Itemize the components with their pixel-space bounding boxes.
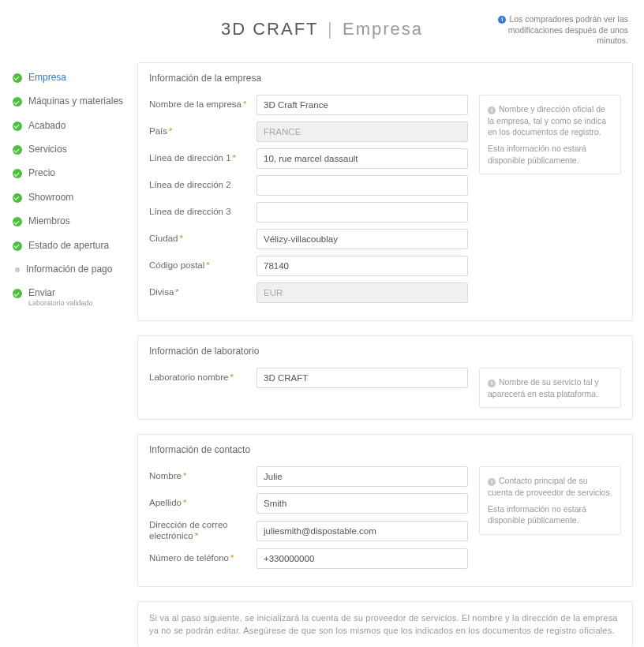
contact-info-card: Información de contacto Nombre* Apellido… [137,434,633,587]
page-header: 3D CRAFT | Empresa iLos compradores podr… [11,14,633,62]
lab-name-input[interactable] [256,368,468,388]
city-label: Ciudad* [149,234,256,245]
lab-hint: iNombre de su servicio tal y aparecerá e… [479,368,621,408]
company-section-title: Información de la empresa [149,73,621,84]
postal-input[interactable] [256,256,468,276]
check-icon [13,217,22,226]
addr2-label: Línea de dirección 2 [149,180,256,191]
contact-hint: iContacto principal de su cuenta de prov… [479,466,621,535]
warning-notice: Si va al paso siguiente, se inicializará… [137,601,633,647]
sidebar-item-precio[interactable]: Precio [11,161,126,185]
email-label: Dirección de correo electrónico* [149,520,256,542]
dot-icon [15,267,20,272]
title-separator: | [328,19,334,39]
check-icon [13,122,22,131]
addr1-input[interactable] [256,148,468,169]
first-name-input[interactable] [256,466,468,487]
lab-name-label: Laboratorio nombre* [149,372,256,383]
sidebar-item-apertura[interactable]: Estado de apertura [11,234,126,257]
company-info-card: Información de la empresa Nombre de la e… [137,62,633,321]
sidebar-item-maquinas[interactable]: Máquinas y materiales [11,89,126,113]
addr1-label: Línea de dirección 1* [149,153,256,164]
sidebar-item-acabado[interactable]: Acabado [11,114,126,137]
info-icon: i [498,16,506,24]
check-icon [13,73,22,83]
brand-name: 3D CRAFT [221,19,319,39]
check-icon [13,241,22,251]
first-name-label: Nombre* [149,471,256,482]
info-icon: i [488,478,496,486]
lab-section-title: Información de laboratorio [149,346,621,357]
check-icon [13,145,22,155]
addr3-label: Línea de dirección 3 [149,207,256,218]
check-icon [13,97,22,107]
sidebar-item-servicios[interactable]: Servicios [11,137,126,161]
country-readonly: FRANCE [256,122,468,142]
header-notice: iLos compradores podrán ver las modifica… [486,14,628,47]
check-icon [13,193,22,203]
phone-label: Número de teléfono* [149,553,256,564]
addr2-input[interactable] [256,175,468,196]
phone-input[interactable] [256,548,468,569]
check-icon [13,289,22,298]
sidebar-item-miembros[interactable]: Miembros [11,209,126,233]
company-name-input[interactable] [256,95,468,115]
city-input[interactable] [256,229,468,249]
company-hint: iNombre y dirección oficial de la empres… [479,95,621,174]
lab-info-card: Información de laboratorio Laboratorio n… [137,335,633,420]
step-sidebar: Empresa Máquinas y materiales Acabado Se… [11,62,126,647]
sidebar-item-pago[interactable]: Información de pago [11,257,126,281]
company-name-label: Nombre de la empresa* [149,99,256,110]
sidebar-item-showroom[interactable]: Showroom [11,185,126,209]
addr3-input[interactable] [256,202,468,223]
last-name-label: Apellido* [149,498,256,509]
country-label: País* [149,126,256,137]
contact-section-title: Información de contacto [149,444,621,455]
postal-label: Código postal* [149,260,256,271]
check-icon [13,169,22,178]
info-icon: i [488,380,496,387]
email-input[interactable] [256,521,468,541]
last-name-input[interactable] [256,493,468,514]
currency-readonly: EUR [256,282,468,303]
page-title: 3D CRAFT | Empresa [158,14,486,39]
info-icon: i [488,107,496,114]
currency-label: Divisa* [149,287,256,298]
section-name: Empresa [343,19,423,39]
sidebar-item-empresa[interactable]: Empresa [11,65,126,89]
sidebar-item-enviar[interactable]: Enviar Laboratorio validado [11,281,126,313]
